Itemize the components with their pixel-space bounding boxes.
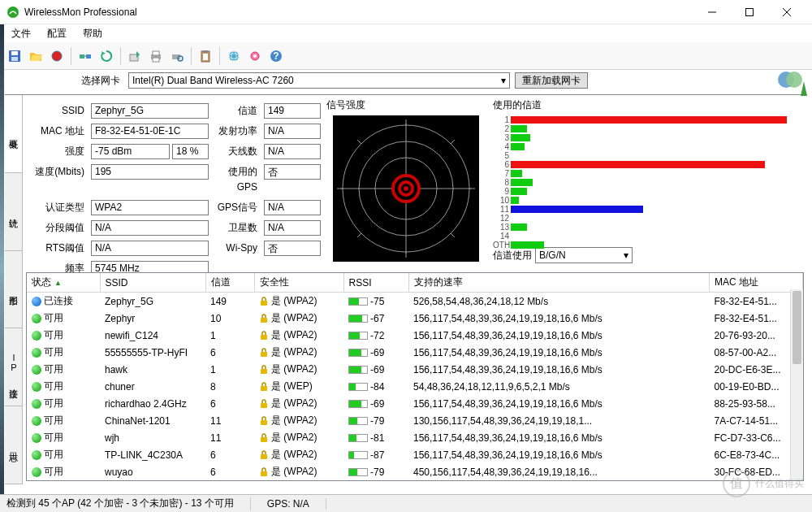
reload-adapter-button[interactable]: 重新加载网卡 xyxy=(515,72,588,89)
svg-rect-56 xyxy=(261,403,267,408)
globe-icon[interactable] xyxy=(224,46,244,66)
table-row[interactable]: 可用wjh11是 (WPA2)-81156,117,54,48,39,36,24… xyxy=(27,429,803,446)
close-button[interactable] xyxy=(768,0,806,24)
tab-graphs[interactable]: 图形 xyxy=(5,251,22,329)
table-row[interactable]: 可用ChinaNet-120111是 (WPA2)-79130,156,117,… xyxy=(27,412,803,429)
value-speed: 195 xyxy=(91,164,209,180)
table-row[interactable]: 可用hawk1是 (WPA2)-69156,117,54,48,39,36,24… xyxy=(27,361,803,378)
info-grid: SSID Zephyr_5G 信道 149 MAC 地址 F8-32-E4-51… xyxy=(26,98,326,269)
lock-icon xyxy=(259,433,269,443)
label-channel: 信道 xyxy=(212,103,261,119)
adapter-value: Intel(R) Dual Band Wireless-AC 7260 xyxy=(132,75,294,86)
svg-rect-15 xyxy=(153,51,159,55)
col-channel[interactable]: 信道 xyxy=(205,273,254,293)
record-icon[interactable] xyxy=(47,46,67,66)
export-icon[interactable] xyxy=(125,46,145,66)
channel-bar-row: 13 xyxy=(493,223,804,232)
channel-bar-row: OTH xyxy=(493,241,804,249)
tab-stats[interactable]: 统计 xyxy=(5,173,22,251)
status-dot-icon xyxy=(32,331,41,341)
channel-bar-row: 3 xyxy=(493,133,804,142)
network-adapters-icon[interactable] xyxy=(76,46,95,66)
tab-log[interactable]: 日志 xyxy=(5,406,22,484)
svg-rect-53 xyxy=(261,352,267,357)
channel-bar xyxy=(511,188,527,195)
col-security[interactable]: 安全性 xyxy=(254,273,343,293)
value-strength-dbm: -75 dBm xyxy=(91,144,170,159)
maximize-button[interactable] xyxy=(731,0,768,24)
channel-bar xyxy=(511,241,544,249)
main-panel: SSID Zephyr_5G 信道 149 MAC 地址 F8-32-E4-51… xyxy=(23,95,807,484)
refresh-icon[interactable] xyxy=(97,46,116,66)
menu-config[interactable]: 配置 xyxy=(41,25,73,42)
channel-bar-row: 9 xyxy=(493,187,804,196)
col-ssid[interactable]: SSID xyxy=(100,273,205,293)
rssi-bar-icon xyxy=(348,349,368,357)
table-row[interactable]: 可用chuner8是 (WEP)-8454,48,36,24,18,12,11,… xyxy=(27,378,803,395)
table-header-row: 状态 SSID 信道 安全性 RSSI 支持的速率 MAC 地址 xyxy=(27,273,803,293)
channel-number: 11 xyxy=(493,205,511,214)
table-row[interactable]: 可用Zephyr10是 (WPA2)-67156,117,54,48,39,36… xyxy=(27,310,803,327)
status-dot-icon xyxy=(32,365,41,375)
label-auth: 认证类型 xyxy=(29,200,88,215)
channel-number: 2 xyxy=(493,124,511,133)
menu-bar: 文件 配置 帮助 xyxy=(0,24,812,42)
channel-bar xyxy=(511,134,530,141)
tab-ip[interactable]: IP 连接 xyxy=(5,328,22,406)
print-icon[interactable] xyxy=(146,46,166,66)
menu-help[interactable]: 帮助 xyxy=(76,25,109,42)
col-status[interactable]: 状态 xyxy=(27,273,100,293)
table-row[interactable]: 可用wuyao6是 (WPA2)-79450,156,117,54,48,39,… xyxy=(27,463,803,480)
channel-number: 6 xyxy=(493,160,511,169)
print-preview-icon[interactable] xyxy=(167,46,187,66)
rssi-bar-icon xyxy=(348,332,368,340)
channel-number: 14 xyxy=(493,232,511,241)
status-dot-icon xyxy=(32,314,41,323)
table-row[interactable]: 可用TP-LINK_4C230A6是 (WPA2)-87156,117,54,4… xyxy=(27,446,803,463)
svg-point-30 xyxy=(786,72,802,88)
scrollbar-thumb[interactable] xyxy=(793,291,801,364)
rssi-bar-icon xyxy=(348,366,368,374)
settings-icon[interactable] xyxy=(245,46,265,66)
channel-number: 12 xyxy=(493,214,511,223)
table-row[interactable]: 可用55555555-TP-HyFI6是 (WPA2)-69156,117,54… xyxy=(27,344,803,361)
save-icon[interactable] xyxy=(5,46,24,66)
adapter-select[interactable]: Intel(R) Dual Band Wireless-AC 7260 ▾ xyxy=(128,72,510,89)
channel-bar xyxy=(511,206,643,213)
chevron-down-icon: ▾ xyxy=(501,75,506,86)
window-title: WirelessMon Professional xyxy=(24,7,693,18)
clipboard-icon[interactable] xyxy=(196,46,215,66)
col-mac[interactable]: MAC 地址 xyxy=(710,273,803,293)
channel-chart: 1234567891011121314OTH xyxy=(493,115,804,245)
table-row[interactable]: 已连接Zephyr_5G149是 (WPA2)-75526,58,54,48,3… xyxy=(27,293,803,310)
status-dot-icon xyxy=(32,416,41,426)
menu-file[interactable]: 文件 xyxy=(5,25,37,42)
col-rssi[interactable]: RSSI xyxy=(343,273,408,293)
open-icon[interactable] xyxy=(26,46,45,66)
lock-icon xyxy=(259,416,269,426)
svg-rect-50 xyxy=(261,301,267,306)
label-gpssig: GPS信号 xyxy=(212,200,261,215)
lock-icon xyxy=(259,348,269,358)
lock-icon xyxy=(259,331,269,341)
channel-bar xyxy=(511,161,765,168)
table-row[interactable]: 可用richardhao 2.4GHz6是 (WPA2)-69156,117,5… xyxy=(27,395,803,412)
table-row[interactable]: 可用newifi_C1241是 (WPA2)-72156,117,54,48,3… xyxy=(27,327,803,344)
adapter-row: 选择网卡 Intel(R) Dual Band Wireless-AC 7260… xyxy=(0,70,812,93)
toolbar-separator xyxy=(219,47,220,65)
tab-summary[interactable]: 概要 xyxy=(5,95,22,173)
help-icon[interactable]: ? xyxy=(266,46,286,66)
signal-title: 信号强度 xyxy=(326,98,485,112)
label-frag: 分段阈值 xyxy=(29,220,88,236)
channel-number: 8 xyxy=(493,178,511,187)
main-content: 概要 统计 图形 IP 连接 日志 SSID Zephyr_5G 信道 149 … xyxy=(5,94,807,484)
minimize-button[interactable] xyxy=(693,0,731,24)
table-scrollbar[interactable] xyxy=(790,289,803,480)
channel-bar-row: 11 xyxy=(493,205,804,214)
signal-gauge xyxy=(333,115,479,262)
lock-icon xyxy=(259,399,269,409)
col-rates[interactable]: 支持的速率 xyxy=(408,273,710,293)
svg-rect-16 xyxy=(153,58,159,62)
channel-mode-select[interactable]: B/G/N ▾ xyxy=(535,247,633,263)
channel-bar xyxy=(511,223,527,231)
